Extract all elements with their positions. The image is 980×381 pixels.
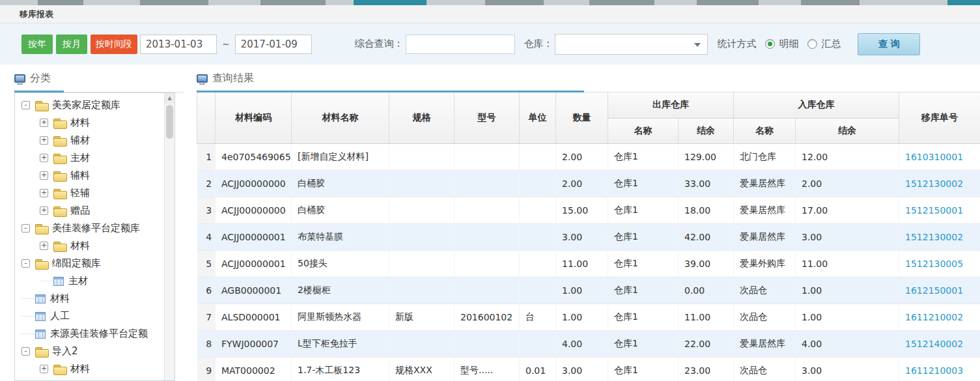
tree-item-label: 绵阳定额库	[52, 257, 101, 270]
expander-plus-icon[interactable]: +	[40, 154, 48, 162]
tree-item[interactable]: +辅料	[15, 167, 175, 184]
expander-plus-icon[interactable]: +	[40, 136, 48, 145]
radio-detail[interactable]: 明细	[765, 38, 798, 50]
col-spec[interactable]: 规格	[389, 92, 455, 143]
combined-query-input[interactable]	[406, 35, 515, 54]
cell-unit	[520, 223, 556, 250]
cell-qty: 4.00	[556, 330, 608, 357]
by-year-button[interactable]: 按年	[21, 35, 53, 54]
tree-item[interactable]: +主材	[15, 149, 175, 167]
expander-minus-icon[interactable]: -	[21, 224, 30, 233]
col-material-code[interactable]: 材料编码	[216, 92, 292, 143]
col-qty[interactable]: 数量	[556, 92, 608, 143]
cell-order-no: 1611210002	[899, 303, 980, 330]
category-panel-header: 分类	[14, 64, 184, 92]
top-tab-stub[interactable]	[140, 0, 208, 5]
cell-out-name: 仓库1	[608, 170, 679, 197]
date-range-separator: ~	[222, 39, 230, 49]
top-tab-stub[interactable]	[485, 0, 544, 5]
date-to-input[interactable]	[235, 35, 312, 54]
cell-material-code: FYWJ000007	[216, 330, 292, 357]
tree-item[interactable]: -美美家居定额库	[15, 96, 175, 114]
cell-qty: 2.00	[556, 170, 608, 197]
expander-plus-icon[interactable]: +	[40, 189, 48, 197]
query-button[interactable]: 查 询	[858, 33, 920, 55]
expander-minus-icon[interactable]: -	[21, 259, 30, 268]
top-tab-stub[interactable]	[697, 0, 759, 5]
warehouse-select[interactable]	[555, 34, 708, 55]
top-tab-stub-active[interactable]	[947, 0, 980, 5]
tree-item-label: 赠品	[70, 205, 90, 217]
col-group-outbound[interactable]: 出库仓库	[608, 92, 734, 118]
cell-out-balance: 42.00	[679, 223, 734, 250]
tree-item[interactable]: +辅材	[15, 132, 175, 149]
col-model[interactable]: 型号	[455, 92, 520, 143]
top-tab-stub[interactable]	[801, 0, 860, 5]
tree-item[interactable]: -绵阳定额库	[15, 255, 175, 272]
tree-item[interactable]: 主材	[15, 272, 175, 290]
radio-detail-icon[interactable]	[765, 39, 775, 49]
cell-material-name: 1.7-木工板123	[292, 357, 389, 381]
transfer-order-link[interactable]: 1512150001	[905, 205, 963, 216]
col-in-balance[interactable]: 结余	[796, 118, 899, 143]
expander-minus-icon[interactable]: -	[21, 101, 30, 109]
cell-unit: 0.01	[520, 357, 556, 381]
scroll-up-icon[interactable]: ▲	[165, 93, 175, 104]
by-period-button[interactable]: 按时间段	[91, 35, 137, 54]
expander-plus-icon[interactable]: +	[40, 242, 48, 250]
tree-item[interactable]: 人工	[15, 307, 175, 325]
tree-item[interactable]: +材料	[15, 114, 175, 132]
transfer-order-link[interactable]: 1512130002	[905, 232, 963, 242]
tree-item[interactable]: +材料	[15, 360, 175, 378]
top-tab-stub[interactable]	[38, 0, 83, 5]
tree-item[interactable]: +赠品	[15, 202, 175, 219]
cell-order-no: 1512150001	[899, 197, 980, 223]
table-row: 14e0705469065[新增自定义材料]2.00仓库1129.00北门仓库1…	[197, 143, 980, 170]
col-out-balance[interactable]: 结余	[679, 118, 734, 143]
top-tab-stub[interactable]	[589, 0, 654, 5]
table-row: 3ACJJ00000000白桶胶15.00仓库118.00爱巢居然库17.001…	[197, 197, 980, 223]
cell-unit	[520, 277, 556, 303]
transfer-order-link[interactable]: 1512130002	[905, 178, 963, 189]
scrollbar-thumb[interactable]	[166, 105, 173, 139]
cell-spec	[389, 277, 455, 303]
cell-unit	[520, 330, 556, 357]
tree-item[interactable]: -导入2	[15, 343, 175, 360]
tree-item[interactable]: 材料	[15, 290, 175, 307]
expander-plus-icon[interactable]: +	[40, 119, 48, 127]
radio-summary-icon[interactable]	[807, 39, 817, 49]
top-tab-stub-active[interactable]	[354, 0, 427, 5]
expander-plus-icon[interactable]: +	[40, 206, 48, 215]
col-unit[interactable]: 单位	[520, 92, 556, 143]
transfer-order-link[interactable]: 1611210002	[905, 312, 963, 322]
col-out-name[interactable]: 名称	[608, 118, 679, 143]
expander-minus-icon[interactable]: -	[21, 347, 30, 356]
col-group-inbound[interactable]: 入库仓库	[734, 92, 899, 118]
tree-item[interactable]: 来源美佳装修平台定额	[15, 325, 175, 343]
top-tab-stub[interactable]	[260, 0, 326, 5]
radio-summary[interactable]: 汇总	[807, 38, 841, 50]
tree-item[interactable]: +材料	[15, 237, 175, 255]
col-in-name[interactable]: 名称	[734, 118, 796, 143]
folder-icon	[53, 206, 66, 216]
expander-plus-icon[interactable]: +	[40, 365, 48, 373]
cell-spec	[389, 143, 455, 170]
folder-icon	[53, 119, 66, 128]
tree-item[interactable]: -美佳装修平台定额库	[15, 219, 175, 237]
transfer-order-link[interactable]: 1512130005	[905, 259, 963, 269]
col-material-name[interactable]: 材料名称	[292, 92, 389, 143]
by-month-button[interactable]: 按月	[56, 35, 87, 54]
expander-plus-icon[interactable]: +	[40, 171, 48, 180]
transfer-order-link[interactable]: 1610310001	[905, 152, 963, 162]
cell-rownum: 2	[197, 170, 216, 197]
col-order-no[interactable]: 移库单号	[899, 92, 980, 143]
cell-out-name: 仓库1	[608, 277, 679, 303]
transfer-order-link[interactable]: 1611210003	[905, 365, 963, 376]
radio-summary-label: 汇总	[821, 38, 841, 50]
date-from-input[interactable]	[140, 35, 217, 54]
transfer-order-link[interactable]: 1512140002	[905, 339, 963, 349]
tree-scrollbar[interactable]: ▲	[164, 93, 175, 380]
transfer-order-link[interactable]: 1612150001	[905, 285, 963, 296]
tree-item[interactable]: +轻辅	[15, 184, 175, 202]
cell-qty: 3.00	[556, 223, 608, 250]
